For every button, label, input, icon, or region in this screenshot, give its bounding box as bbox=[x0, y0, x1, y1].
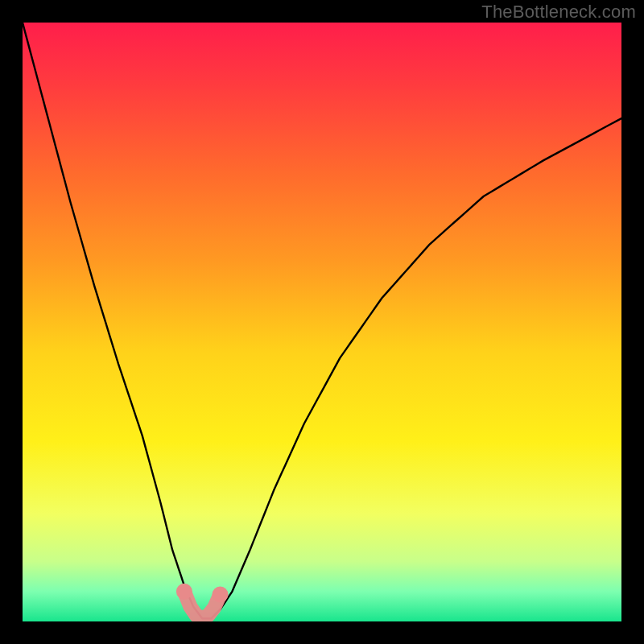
marker-dot bbox=[213, 587, 229, 603]
marker-dot bbox=[176, 584, 192, 600]
bottleneck-curve bbox=[23, 23, 621, 618]
chart-frame: TheBottleneck.com bbox=[0, 0, 644, 644]
curve-layer bbox=[23, 23, 621, 621]
watermark-text: TheBottleneck.com bbox=[481, 2, 636, 23]
plot-area bbox=[23, 23, 621, 621]
